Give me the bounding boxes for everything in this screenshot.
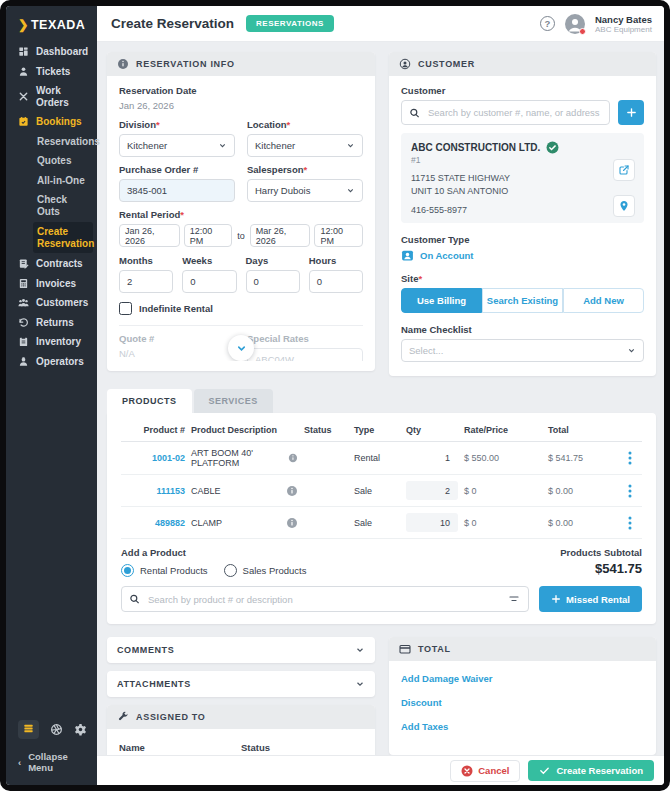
sidebar-item-inventory[interactable]: Inventory (6, 332, 97, 352)
kebab-menu-icon[interactable] (628, 451, 632, 465)
user-menu[interactable]: Nancy Bates ABC Equipment (595, 14, 652, 34)
salesperson-select[interactable]: Harry Dubois (247, 179, 363, 202)
product-rate: $ 550.00 (464, 453, 542, 463)
sidebar-item-work-orders[interactable]: Work Orders (6, 81, 97, 112)
attachments-accordion[interactable]: ATTACHMENTS (107, 671, 375, 697)
map-location-button[interactable] (613, 195, 635, 217)
search-icon (409, 107, 420, 118)
radio-unselected-icon (224, 564, 237, 577)
customer-icon (399, 58, 411, 70)
dashboard-icon (18, 46, 29, 57)
kebab-menu-icon[interactable] (628, 516, 632, 530)
products-section: PRODUCTS SERVICES Product # Product Desc… (107, 389, 656, 624)
weeks-input[interactable]: 0 (182, 270, 236, 293)
product-number-link[interactable]: 111153 (121, 486, 185, 496)
name-checklist-label: Name Checklist (401, 324, 644, 335)
product-search-input[interactable] (121, 586, 529, 612)
radio-rental-products[interactable]: Rental Products (121, 564, 208, 577)
hours-input[interactable]: 0 (309, 270, 363, 293)
info-icon[interactable] (286, 485, 298, 497)
app-window: ❯ TEXADA Dashboard Tickets Work Orders B… (0, 0, 670, 791)
name-column: Name (119, 742, 241, 753)
product-number-link[interactable]: 489882 (121, 518, 185, 528)
division-label: Division (119, 119, 156, 130)
customer-search-input[interactable] (401, 100, 610, 125)
logo-chevron-icon: ❯ (18, 17, 29, 32)
product-type: Rental (354, 453, 400, 463)
x-circle-icon (461, 765, 473, 777)
sidebar-item-bookings[interactable]: Bookings (6, 112, 97, 132)
aperture-icon[interactable] (50, 723, 63, 736)
discount-link[interactable]: Discount (401, 697, 644, 708)
division-select[interactable]: Kitchener (119, 134, 235, 157)
tab-products[interactable]: PRODUCTS (107, 389, 192, 413)
sidebar-item-check-outs[interactable]: Check Outs (6, 190, 97, 221)
product-qty-input[interactable]: 10 (406, 513, 458, 532)
site-tab-search-existing[interactable]: Search Existing (482, 288, 563, 313)
add-customer-button[interactable] (618, 100, 644, 125)
sidebar-item-returns[interactable]: Returns (6, 313, 97, 333)
sidebar-item-reservations[interactable]: Reservations (6, 132, 97, 152)
filter-icon[interactable] (508, 593, 520, 605)
avatar[interactable] (565, 14, 585, 34)
cancel-button[interactable]: Cancel (450, 760, 520, 782)
sidebar-item-create-reservation[interactable]: Create Reservation (33, 222, 93, 253)
help-icon[interactable]: ? (540, 16, 555, 31)
add-damage-waiver-link[interactable]: Add Damage Waiver (401, 673, 644, 684)
site-tab-use-billing[interactable]: Use Billing (401, 288, 482, 313)
sidebar-item-tickets[interactable]: Tickets (6, 62, 97, 82)
product-type: Sale (354, 486, 400, 496)
info-icon[interactable] (288, 452, 298, 464)
location-select[interactable]: Kitchener (247, 134, 363, 157)
customer-type-label: Customer Type (401, 234, 644, 245)
radio-sales-products[interactable]: Sales Products (224, 564, 307, 577)
chevron-down-icon (355, 679, 365, 689)
check-icon (539, 765, 550, 776)
info-icon[interactable] (286, 517, 298, 529)
assigned-to-header: ASSIGNED TO (107, 705, 375, 729)
customer-label: Customer (401, 85, 644, 96)
end-time-picker[interactable]: 12:00 PM (314, 224, 363, 247)
menu-style-button[interactable] (18, 720, 39, 739)
missed-rental-button[interactable]: Missed Rental (539, 586, 642, 612)
purchase-order-input[interactable] (119, 179, 235, 202)
gear-icon[interactable] (74, 723, 87, 736)
days-input[interactable]: 0 (246, 270, 300, 293)
location-label: Location (247, 119, 287, 130)
name-checklist-select[interactable]: Select... (401, 339, 644, 362)
add-taxes-link[interactable]: Add Taxes (401, 721, 644, 732)
assigned-to-panel: ASSIGNED TO Name Status Joe Hawley (107, 705, 375, 755)
kebab-menu-icon[interactable] (628, 484, 632, 498)
sidebar-item-contracts[interactable]: Contracts (6, 254, 97, 274)
reservation-date-value: Jan 26, 2026 (119, 100, 363, 111)
start-time-picker[interactable]: 12:00 PM (184, 224, 233, 247)
site-tab-add-new[interactable]: Add New (563, 288, 644, 313)
special-rates-value: ABC04W (247, 348, 363, 361)
invoices-icon (18, 278, 29, 289)
sidebar-item-dashboard[interactable]: Dashboard (6, 42, 97, 62)
end-date-picker[interactable]: Mar 26, 2026 (250, 224, 311, 247)
months-input[interactable]: 2 (119, 270, 173, 293)
bookings-icon (18, 116, 29, 127)
sidebar-item-customers[interactable]: Customers (6, 293, 97, 313)
open-customer-button[interactable] (613, 159, 635, 181)
sidebar: ❯ TEXADA Dashboard Tickets Work Orders B… (6, 6, 97, 785)
tab-services[interactable]: SERVICES (194, 389, 273, 413)
comments-accordion[interactable]: COMMENTS (107, 637, 375, 663)
sidebar-item-invoices[interactable]: Invoices (6, 274, 97, 294)
checkbox-icon (119, 302, 132, 315)
create-reservation-button[interactable]: Create Reservation (528, 760, 654, 781)
sidebar-item-operators[interactable]: Operators (6, 352, 97, 372)
tickets-icon (18, 66, 29, 77)
sidebar-item-all-in-one[interactable]: All-in-One (6, 171, 97, 191)
sidebar-item-quotes[interactable]: Quotes (6, 151, 97, 171)
collapse-menu-button[interactable]: ‹ Collapse Menu (18, 751, 87, 779)
indefinite-rental-checkbox[interactable]: Indefinite Rental (119, 302, 363, 315)
quote-label: Quote # (119, 333, 235, 344)
start-date-picker[interactable]: Jan 26, 2026 (119, 224, 180, 247)
chevron-down-icon (236, 343, 247, 354)
product-type: Sale (354, 518, 400, 528)
product-qty-input[interactable]: 2 (406, 481, 458, 500)
product-number-link[interactable]: 1001-02 (121, 453, 185, 463)
expand-section-button[interactable] (228, 335, 254, 361)
